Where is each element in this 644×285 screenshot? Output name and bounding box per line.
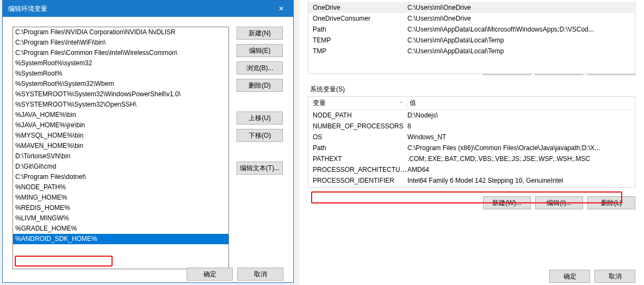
- browse-button[interactable]: 浏览(B)...: [237, 61, 283, 75]
- sys-vars-group: 变量 ⌄ 值 NODE_PATHD:\Nodejs\NUMBER_OF_PROC…: [308, 96, 635, 188]
- user-vars-group: OneDriveC:\Users\mi\OneDriveOneDriveCons…: [308, 0, 635, 74]
- var-value: C:\Users\mi\AppData\Local\Microsoft\Wind…: [407, 24, 630, 34]
- delete-button[interactable]: 删除(D): [237, 79, 283, 92]
- path-item[interactable]: %ANDROID_SDK_HOME%: [13, 234, 228, 244]
- user-var-row[interactable]: TMPC:\Users\mi\AppData\Local\Temp: [308, 46, 635, 57]
- var-value: C:\Program Files (x86)\Common Files\Orac…: [407, 143, 630, 153]
- var-value: AMD64: [407, 165, 630, 175]
- var-name: PROCESSOR_ARCHITECTURE: [313, 165, 407, 175]
- chevron-down-icon: ⌄: [399, 98, 404, 104]
- path-item[interactable]: C:\Program Files\Common Files\Intel\Wire…: [13, 48, 228, 58]
- var-name: PATHEXT: [313, 154, 407, 164]
- panel-footer-buttons: 确定 取消: [549, 270, 635, 283]
- var-value: Intel64 Family 6 Model 142 Stepping 10, …: [407, 176, 630, 185]
- path-item[interactable]: %MAVEN_HOME%\bin: [13, 141, 228, 151]
- var-name: Path: [313, 24, 407, 34]
- panel-ok-button[interactable]: 确定: [549, 270, 590, 283]
- title-bar: 编辑环境变量 ✕: [3, 1, 293, 17]
- sys-vars-label: 系统变量(S): [310, 85, 633, 94]
- path-item[interactable]: C:\Program Files\dotnet\: [13, 172, 228, 182]
- sys-var-row[interactable]: NUMBER_OF_PROCESSORS8: [308, 121, 635, 132]
- var-value: 8: [407, 121, 630, 131]
- path-item[interactable]: %MYSQL_HOME%\bin: [13, 131, 228, 141]
- sys-vars-buttons: 新建(W)... 编辑(I)... 删除(L): [299, 192, 644, 212]
- edit-button[interactable]: 编辑(E): [237, 44, 283, 57]
- var-name: TEMP: [313, 35, 407, 45]
- var-name: OneDriveConsumer: [313, 14, 407, 23]
- edit-env-dialog: 编辑环境变量 ✕ C:\Program Files\NVIDIA Corpora…: [2, 0, 294, 283]
- var-name: Path: [313, 143, 407, 153]
- close-icon: ✕: [278, 5, 284, 13]
- cancel-button[interactable]: 取消: [237, 268, 283, 281]
- user-var-row[interactable]: OneDriveConsumerC:\Users\mi\OneDrive: [308, 13, 635, 24]
- dialog-title: 编辑环境变量: [8, 4, 47, 14]
- sys-var-row[interactable]: PathC:\Program Files (x86)\Common Files\…: [308, 142, 635, 153]
- var-value: C:\Users\mi\AppData\Local\Temp: [407, 35, 630, 45]
- path-list[interactable]: C:\Program Files\NVIDIA Corporation\NVID…: [13, 27, 229, 269]
- var-value: D:\Nodejs\: [407, 110, 630, 120]
- var-name: OS: [313, 132, 407, 142]
- header-value-col[interactable]: 值: [407, 98, 630, 108]
- movedown-button[interactable]: 下移(O): [237, 129, 283, 142]
- var-value: .COM;.EXE;.BAT;.CMD;.VBS;.VBE;.JS;.JSE;.…: [407, 154, 630, 164]
- button-column: 新建(N) 编辑(E) 浏览(B)... 删除(D) 上移(U) 下移(O) 编…: [237, 27, 283, 267]
- edittext-button[interactable]: 编辑文本(T)...: [237, 162, 283, 175]
- moveup-button[interactable]: 上移(U): [237, 111, 283, 125]
- sys-var-row[interactable]: OSWindows_NT: [308, 132, 635, 142]
- var-value: Windows_NT: [407, 132, 630, 142]
- path-item[interactable]: %REDIS_HOME%: [13, 203, 228, 213]
- user-var-row[interactable]: TEMPC:\Users\mi\AppData\Local\Temp: [308, 35, 635, 46]
- sys-var-row[interactable]: PROCESSOR_IDENTIFIERIntel64 Family 6 Mod…: [308, 175, 635, 186]
- var-value: C:\Users\mi\AppData\Local\Temp: [407, 46, 630, 56]
- var-name: NODE_PATH: [313, 110, 407, 120]
- var-name: OneDrive: [313, 3, 407, 13]
- path-item[interactable]: %GRADLE_HOME%: [13, 224, 228, 234]
- path-item[interactable]: D:\TortoiseSVN\bin: [13, 151, 228, 162]
- path-item[interactable]: %SystemRoot%\system32: [13, 58, 228, 69]
- panel-cancel-button[interactable]: 取消: [595, 270, 635, 283]
- path-item[interactable]: %JAVA_HOME%\bin: [13, 110, 228, 120]
- sys-new-button[interactable]: 新建(W)...: [483, 196, 531, 209]
- sys-vars-header[interactable]: 变量 ⌄ 值: [308, 97, 635, 110]
- dialog-body: C:\Program Files\NVIDIA Corporation\NVID…: [3, 17, 293, 267]
- path-item[interactable]: %JAVA_HOME%\jre\bin: [13, 120, 228, 131]
- path-item[interactable]: %MING_HOME%: [13, 193, 228, 203]
- new-button[interactable]: 新建(N): [237, 27, 283, 40]
- sys-var-row[interactable]: PROCESSOR_ARCHITECTUREAMD64: [308, 164, 635, 175]
- path-item[interactable]: C:\Program Files\Intel\WiFi\bin\: [13, 38, 228, 48]
- var-name: NUMBER_OF_PROCESSORS: [313, 121, 407, 131]
- path-item[interactable]: D:\Git\Git\cmd: [13, 162, 228, 172]
- path-item[interactable]: %SYSTEMROOT%\System32\OpenSSH\: [13, 100, 228, 110]
- user-var-row[interactable]: OneDriveC:\Users\mi\OneDrive: [308, 2, 635, 13]
- sys-delete-button[interactable]: 删除(L): [587, 196, 635, 209]
- var-name: PROCESSOR_IDENTIFIER: [313, 176, 407, 185]
- header-name-col[interactable]: 变量 ⌄: [313, 98, 407, 108]
- sys-edit-button[interactable]: 编辑(I)...: [535, 196, 583, 209]
- var-value: C:\Users\mi\OneDrive: [407, 3, 630, 13]
- sys-var-row[interactable]: PATHEXT.COM;.EXE;.BAT;.CMD;.VBS;.VBE;.JS…: [308, 153, 635, 164]
- var-value: C:\Users\mi\OneDrive: [407, 14, 630, 23]
- user-var-row[interactable]: PathC:\Users\mi\AppData\Local\Microsoft\…: [308, 24, 635, 35]
- path-item[interactable]: %SystemRoot%: [13, 69, 228, 79]
- path-item[interactable]: %LIVM_MINGW%: [13, 213, 228, 224]
- ok-button[interactable]: 确定: [187, 268, 233, 281]
- path-item[interactable]: C:\Program Files\NVIDIA Corporation\NVID…: [13, 27, 228, 38]
- user-vars-table[interactable]: OneDriveC:\Users\mi\OneDriveOneDriveCons…: [308, 2, 635, 57]
- path-item[interactable]: %SystemRoot%\System32\Wbem: [13, 79, 228, 89]
- env-vars-panel: OneDriveC:\Users\mi\OneDriveOneDriveCons…: [299, 0, 644, 285]
- close-button[interactable]: ✕: [269, 1, 293, 17]
- dialog-footer: 确定 取消: [3, 266, 293, 282]
- path-item[interactable]: %SYSTEMROOT%\System32\WindowsPowerShell\…: [13, 89, 228, 100]
- sys-vars-table[interactable]: NODE_PATHD:\Nodejs\NUMBER_OF_PROCESSORS8…: [308, 110, 635, 186]
- sys-var-row[interactable]: NODE_PATHD:\Nodejs\: [308, 110, 635, 121]
- path-item[interactable]: %NODE_PATH%: [13, 182, 228, 193]
- var-name: TMP: [313, 46, 407, 56]
